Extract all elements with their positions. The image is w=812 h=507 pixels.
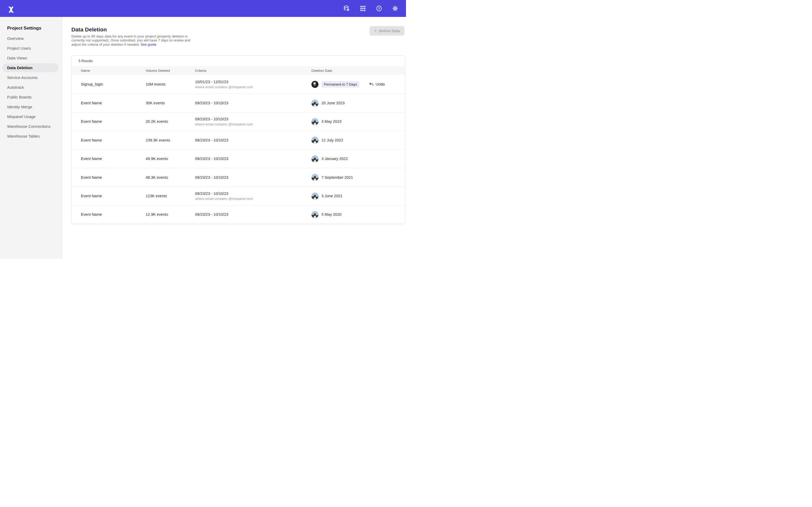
volume-deleted-cell: 239.3K events — [146, 138, 195, 142]
sidebar-item-identity-merge[interactable]: Identity Merge — [2, 103, 58, 111]
table-row: Signup_login 10M events 10/01/23 - 12/01… — [71, 75, 405, 94]
sidebar-item-data-deletion[interactable]: Data Deletion — [2, 63, 58, 72]
sidebar-item-label: Data Deletion — [7, 65, 33, 70]
event-name-cell: Event Name — [81, 101, 146, 105]
deletion-date-cell: Permanent in 7 Days Undo — [311, 81, 405, 88]
undo-button[interactable]: Undo — [369, 82, 385, 87]
undo-icon — [369, 82, 374, 87]
page-description: Delete up to 90 days data for any event … — [71, 34, 196, 47]
deletion-date-text: 3 June 2021 — [321, 194, 343, 198]
sidebar-item-project-users[interactable]: Project Users — [2, 44, 58, 53]
criteria-filter-text: where email contains @mixpanel.com — [195, 85, 311, 89]
sidebar-item-warehouse-tables[interactable]: Warehouse Tables — [2, 132, 58, 140]
user-photo-avatar — [311, 100, 318, 107]
sidebar-item-label: Warehouse Tables — [7, 134, 40, 138]
sidebar-item-label: Identity Merge — [7, 105, 32, 109]
help-icon[interactable]: ? — [375, 5, 383, 12]
event-name-cell: Event Name — [81, 194, 146, 198]
criteria-filter-text: where email contains @mixpanel.com — [195, 122, 311, 126]
volume-deleted-cell: 12.9K events — [146, 212, 195, 217]
mixpanel-logo-icon[interactable]: χ — [5, 0, 17, 17]
main-content: Data Deletion Delete up to 90 days data … — [62, 17, 406, 259]
criteria-date-range: 09/23/23 - 10/10/23 — [195, 117, 311, 121]
event-name-cell: Event Name — [81, 119, 146, 124]
criteria-cell: 09/23/23 - 10/10/23 — [195, 212, 311, 217]
deletion-requests-card: 5 Results Name Volume Deleted Criteria D… — [71, 55, 405, 224]
plus-icon: + — [374, 28, 377, 33]
sidebar-nav: Overview Project Users Data Views Data D… — [0, 34, 62, 140]
volume-deleted-cell: 20.2K events — [146, 119, 195, 124]
undo-button-label: Undo — [375, 82, 385, 87]
volume-deleted-cell: 123K events — [146, 194, 195, 198]
permanent-in-7-days-badge: Permanent in 7 Days — [321, 81, 359, 88]
deletion-date-text: 3 May 2023 — [321, 119, 342, 124]
description-line-3: adjust the criteria of your deletion if … — [71, 43, 140, 47]
deletion-date-cell: 20 June 2023 — [311, 100, 405, 107]
sidebar-item-autotrack[interactable]: Autotrack — [2, 83, 58, 92]
criteria-date-range: 09/23/23 - 10/10/23 — [195, 138, 311, 142]
criteria-date-range: 09/23/23 - 10/10/23 — [195, 101, 311, 105]
criteria-date-range: 09/23/23 - 10/10/23 — [195, 175, 311, 180]
criteria-cell: 09/23/23 - 10/10/23 — [195, 101, 311, 105]
sidebar-item-label: Data Views — [7, 56, 27, 60]
description-line-2: currently not supported). Once submitted… — [71, 38, 190, 42]
user-photo-avatar — [311, 155, 318, 162]
data-settings-icon[interactable] — [343, 5, 350, 12]
criteria-cell: 09/23/23 - 10/10/23 — [195, 138, 311, 142]
deletion-date-text: 5 May 2020 — [321, 212, 342, 217]
criteria-cell: 09/23/23 - 10/10/23 where email contains… — [195, 191, 311, 201]
deletion-date-cell: 3 January 2022 — [311, 155, 405, 162]
deletion-date-cell: 7 September 2021 — [311, 174, 405, 181]
settings-gear-icon[interactable] — [392, 5, 399, 12]
user-photo-avatar — [311, 136, 318, 144]
sidebar-item-service-accounts[interactable]: Service Accounts — [2, 73, 58, 82]
criteria-date-range: 09/23/23 - 10/10/23 — [195, 191, 311, 196]
column-header-name: Name — [81, 69, 146, 73]
see-guide-link[interactable]: See guide — [141, 43, 156, 47]
deletion-date-text: 12 July 2022 — [321, 138, 343, 142]
delete-data-button-label: Delete Data — [379, 29, 400, 33]
column-header-volume-deleted: Volume Deleted — [146, 69, 195, 73]
table-row: Event Name 123K events 09/23/23 - 10/10/… — [71, 186, 405, 205]
volume-deleted-cell: 10M events — [146, 82, 195, 87]
sidebar-item-label: Warehouse Connections — [7, 124, 50, 129]
apps-grid-icon[interactable] — [359, 5, 366, 12]
deletion-date-cell: 3 June 2021 — [311, 192, 405, 200]
dark-illustrated-avatar — [311, 81, 318, 88]
criteria-cell: 09/23/23 - 10/10/23 where email contains… — [195, 117, 311, 126]
sidebar-item-public-boards[interactable]: Public Boards — [2, 93, 58, 101]
sidebar-item-overview[interactable]: Overview — [2, 34, 58, 43]
event-name-cell: Event Name — [81, 212, 146, 217]
sidebar-item-warehouse-connections[interactable]: Warehouse Connections — [2, 122, 58, 131]
table-row: Event Name 48.3K events 09/23/23 - 10/10… — [71, 168, 405, 186]
user-photo-avatar — [311, 211, 318, 218]
criteria-date-range: 10/01/23 - 12/01/23 — [195, 80, 311, 84]
delete-data-button[interactable]: + Delete Data — [369, 26, 404, 36]
deletion-date-cell: 3 May 2023 — [311, 118, 405, 125]
table-row: Event Name 20.2K events 09/23/23 - 10/10… — [71, 112, 405, 131]
table-row: Event Name 49.9K events 09/23/23 - 10/10… — [71, 150, 405, 168]
table-body: Signup_login 10M events 10/01/23 - 12/01… — [71, 75, 405, 224]
column-header-criteria: Criteria — [195, 69, 311, 73]
sidebar-title: Project Settings — [0, 17, 62, 33]
deletion-date-text: 7 September 2021 — [321, 175, 353, 180]
deletion-date-text: 20 June 2023 — [321, 101, 345, 105]
criteria-cell: 09/23/23 - 10/10/23 — [195, 157, 311, 161]
results-count: 5 Results — [71, 55, 405, 66]
volume-deleted-cell: 49.9K events — [146, 157, 195, 161]
sidebar-item-label: Project Users — [7, 46, 31, 50]
event-name-cell: Event Name — [81, 138, 146, 142]
sidebar-item-data-views[interactable]: Data Views — [2, 54, 58, 62]
project-settings-sidebar: Project Settings Overview Project Users … — [0, 17, 62, 259]
table-row: Event Name 239.3K events 09/23/23 - 10/1… — [71, 131, 405, 149]
description-line-1: Delete up to 90 days data for any event … — [71, 34, 188, 38]
column-header-deletion-date: Deletion Date — [311, 69, 405, 73]
table-row: Event Name 12.9K events 09/23/23 - 10/10… — [71, 205, 405, 224]
event-name-cell: Event Name — [81, 175, 146, 180]
criteria-cell: 10/01/23 - 12/01/23 where email contains… — [195, 80, 311, 89]
sidebar-item-label: Autotrack — [7, 85, 24, 90]
sidebar-item-mixpanel-usage[interactable]: Mixpanel Usage — [2, 112, 58, 121]
svg-text:?: ? — [378, 7, 380, 11]
top-navigation-bar: χ ? — [0, 0, 406, 17]
user-photo-avatar — [311, 118, 318, 125]
